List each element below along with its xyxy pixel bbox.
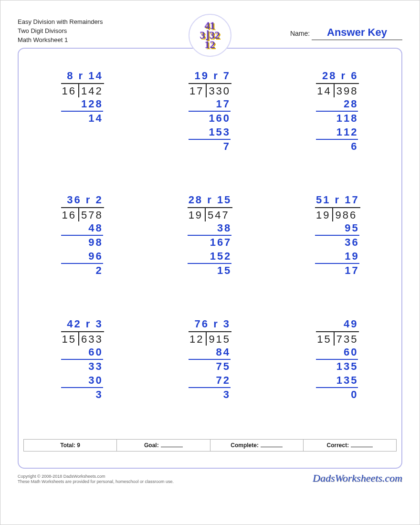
quotient: 42 r 3 xyxy=(61,318,104,332)
work-steps: 3816715215 xyxy=(188,221,233,278)
quotient: 76 r 3 xyxy=(189,318,231,332)
site-logo: DadsWorksheets.com xyxy=(313,472,402,485)
work-steps: 95361917 xyxy=(315,221,360,278)
divisor: 15 xyxy=(61,332,78,346)
divisor: 16 xyxy=(61,208,78,221)
total-cell: Total: 9 xyxy=(24,440,117,451)
divisor: 16 xyxy=(61,84,78,97)
title-line-2: Two Digit Divisors xyxy=(18,27,103,36)
work-steps: 6033303 xyxy=(61,346,104,402)
copyright-line-2: These Math Worksheets are provided for p… xyxy=(18,479,174,485)
content-frame: 8 r 14161421281419 r 71733017160153728 r… xyxy=(18,48,402,469)
quotient: 51 r 17 xyxy=(315,194,360,208)
goal-cell: Goal: xyxy=(117,440,210,451)
dividend: 398 xyxy=(334,84,359,97)
dividend: 142 xyxy=(78,84,104,97)
dividend: 578 xyxy=(78,208,104,221)
work-steps: 601351350 xyxy=(316,346,359,402)
problem-cell: 4915735601351350 xyxy=(274,308,401,432)
quotient: 49 xyxy=(316,318,359,332)
quotient: 36 r 2 xyxy=(61,194,104,208)
work-steps: 171601537 xyxy=(189,97,231,154)
problem-cell: 51 r 171998695361917 xyxy=(274,184,401,308)
dividend: 633 xyxy=(78,332,104,346)
quotient: 8 r 14 xyxy=(61,70,104,84)
problem-cell: 19 r 717330171601537 xyxy=(146,60,273,184)
work-steps: 8475723 xyxy=(189,346,231,402)
problem-cell: 76 r 3129158475723 xyxy=(146,308,273,432)
problem-cell: 8 r 141614212814 xyxy=(19,60,146,184)
work-steps: 12814 xyxy=(61,97,104,126)
complete-cell: Complete: xyxy=(210,440,304,451)
work-steps: 281181126 xyxy=(316,97,359,154)
divisor: 12 xyxy=(189,332,206,346)
problem-cell: 42 r 3156336033303 xyxy=(19,308,146,432)
name-label: Name: xyxy=(290,30,310,37)
problems-grid: 8 r 14161421281419 r 71733017160153728 r… xyxy=(19,60,401,432)
dividend: 547 xyxy=(205,208,231,221)
problem-cell: 28 r 614398281181126 xyxy=(274,60,401,184)
worksheet-page: Easy Division with Remainders Two Digit … xyxy=(0,0,420,525)
dividend: 915 xyxy=(206,332,231,346)
division-badge-icon: 41 3⌋32 12 xyxy=(189,14,231,57)
work-steps: 4898962 xyxy=(61,221,104,278)
copyright-line-1: Copyright © 2008-2018 DadsWorksheets.com xyxy=(18,474,174,480)
title-line-3: Math Worksheet 1 xyxy=(18,36,103,45)
divisor: 15 xyxy=(316,332,333,346)
name-value: Answer Key xyxy=(312,26,402,40)
summary-bar: Total: 9 Goal: Complete: Correct: xyxy=(23,439,397,452)
problem-cell: 28 r 15195473816715215 xyxy=(146,184,273,308)
divisor: 17 xyxy=(189,84,206,97)
dividend: 735 xyxy=(334,332,359,346)
problem-cell: 36 r 2165784898962 xyxy=(19,184,146,308)
quotient: 28 r 15 xyxy=(188,194,233,208)
dividend: 330 xyxy=(206,84,231,97)
title-line-1: Easy Division with Remainders xyxy=(18,18,103,27)
correct-cell: Correct: xyxy=(304,440,396,451)
footer: Copyright © 2008-2018 DadsWorksheets.com… xyxy=(18,472,402,485)
quotient: 28 r 6 xyxy=(316,70,359,84)
dividend: 986 xyxy=(332,208,358,221)
title-block: Easy Division with Remainders Two Digit … xyxy=(18,17,103,45)
badge-container: 41 3⌋32 12 xyxy=(189,14,231,57)
quotient: 19 r 7 xyxy=(189,70,231,84)
name-field: Name: Answer Key xyxy=(290,17,402,40)
divisor: 14 xyxy=(316,84,333,97)
divisor: 19 xyxy=(315,208,332,221)
divisor: 19 xyxy=(188,208,205,221)
